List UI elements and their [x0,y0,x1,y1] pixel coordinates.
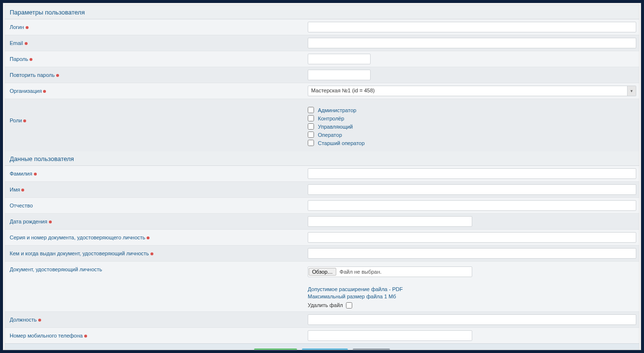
role-checkbox[interactable] [308,123,314,130]
doc-issued-label: Кем и когда выдан документ, удостоверяющ… [10,250,149,256]
role-item-controller[interactable]: Контролёр [308,115,636,121]
password-repeat-input[interactable] [308,70,371,80]
password-repeat-label: Повторить пароль [10,72,55,78]
row-roles: Роли Администратор Контролёр Управляющий… [5,99,639,151]
row-organization: Организация Мастерская №1 (id = 458) ▾ [5,83,639,99]
doc-file-label: Документ, удостоверяющий личность [10,266,102,272]
row-login: Логин [5,19,639,35]
role-item-admin[interactable]: Администратор [308,107,636,113]
firstname-label: Имя [10,187,20,192]
section-user-data-title: Данные пользователя [5,151,639,165]
lastname-label: Фамилия [10,171,32,176]
browse-button[interactable]: Обзор… [309,268,336,276]
delete-file-checkbox[interactable] [346,302,352,309]
doc-number-label: Серия и номер документа, удостоверяющего… [10,235,145,240]
role-item-manager[interactable]: Управляющий [308,123,636,130]
roles-list: Администратор Контролёр Управляющий Опер… [308,104,636,149]
role-item-senior-operator[interactable]: Старший оператор [308,140,636,146]
row-dob: Дата рождения [5,213,639,229]
role-checkbox[interactable] [308,132,314,138]
lastname-input[interactable] [308,168,636,179]
cancel-button[interactable]: ⊘ Отмена [353,349,390,350]
row-doc-issued: Кем и когда выдан документ, удостоверяющ… [5,245,639,261]
middlename-input[interactable] [308,200,636,211]
doc-number-input[interactable] [308,232,636,243]
row-email: Email [5,35,639,51]
row-password-repeat: Повторить пароль [5,67,639,83]
row-position: Должность [5,311,639,327]
file-size-note: Максимальный размер файла 1 Мб [308,293,636,300]
organization-label: Организация [10,88,42,94]
middlename-label: Отчество [10,203,33,208]
dob-label: Дата рождения [10,219,47,224]
row-firstname: Имя [5,181,639,197]
required-icon [147,236,150,239]
login-input[interactable] [308,22,636,32]
required-icon [34,173,37,176]
position-input[interactable] [308,314,636,325]
required-icon [56,74,59,77]
apply-button[interactable]: ✔ Применить [302,349,348,350]
row-lastname: Фамилия [5,165,639,181]
row-doc-file: Документ, удостоверяющий личность Обзор…… [5,261,639,311]
login-label: Логин [10,24,24,30]
email-input[interactable] [308,38,636,48]
required-icon [26,26,29,29]
role-label: Оператор [318,132,342,138]
organization-select[interactable]: Мастерская №1 (id = 458) ▾ [308,86,636,96]
required-icon [21,189,24,191]
required-icon [30,58,32,61]
delete-file-label: Удалить файл [308,302,343,309]
required-icon [43,90,46,93]
email-label: Email [10,40,23,46]
section-user-params-title: Параметры пользователя [5,5,639,19]
file-status-text: Файл не выбран. [337,269,382,275]
row-phone: Номер мобильного телефона [5,327,639,343]
required-icon [25,42,28,45]
phone-label: Номер мобильного телефона [10,333,83,338]
firstname-input[interactable] [308,184,636,195]
file-input-wrap[interactable]: Обзор… Файл не выбран. [308,266,472,277]
required-icon [23,119,26,122]
password-input[interactable] [308,54,371,64]
password-label: Пароль [10,56,28,62]
role-checkbox[interactable] [308,107,314,113]
row-doc-number: Серия и номер документа, удостоверяющего… [5,229,639,245]
role-checkbox[interactable] [308,115,314,121]
dob-input[interactable] [308,216,472,227]
required-icon [150,252,153,255]
required-icon [38,319,41,322]
footer-actions: 🖫 Добавить ✔ Применить ⊘ Отмена [5,343,639,350]
role-checkbox[interactable] [308,140,314,146]
phone-input[interactable] [308,330,472,341]
row-middlename: Отчество [5,197,639,213]
position-label: Должность [10,317,37,323]
role-label: Старший оператор [318,140,365,146]
role-label: Управляющий [318,124,353,130]
roles-label: Роли [10,118,22,123]
add-button[interactable]: 🖫 Добавить [254,349,297,350]
role-label: Администратор [318,107,356,113]
required-icon [49,221,52,223]
role-item-operator[interactable]: Оператор [308,132,636,138]
file-ext-note: Допустимое расширение файла - PDF [308,286,636,293]
chevron-down-icon: ▾ [627,86,636,96]
doc-issued-input[interactable] [308,248,636,259]
row-password: Пароль [5,51,639,67]
required-icon [84,335,87,338]
role-label: Контролёр [318,116,344,121]
organization-value: Мастерская №1 (id = 458) [308,86,627,96]
